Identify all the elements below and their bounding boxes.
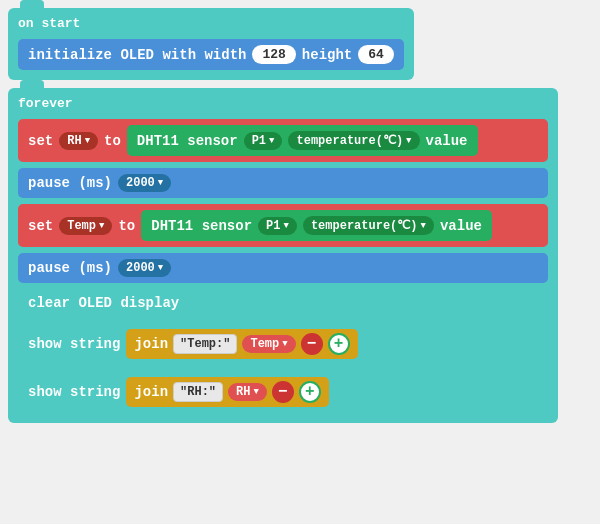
temp-plus-button[interactable]: +: [328, 333, 350, 355]
set-rh-block: set RH ▼ to DHT11 sensor P1 ▼ temperatur…: [18, 119, 548, 162]
rh-var-dropdown[interactable]: RH ▼: [59, 132, 98, 150]
show-string-rh-block: show string join "RH:" RH ▼ − +: [18, 371, 548, 413]
join-block-temp: join "Temp:" Temp ▼ − +: [126, 329, 357, 359]
to-text-1: to: [104, 133, 121, 149]
width-value[interactable]: 128: [252, 45, 295, 64]
height-value[interactable]: 64: [358, 45, 394, 64]
rh-string-val[interactable]: "RH:": [173, 382, 223, 402]
init-text-before: initialize OLED with width: [28, 47, 246, 63]
initialize-block: initialize OLED with width 128 height 64: [18, 39, 404, 70]
on-start-block: on start initialize OLED with width 128 …: [8, 8, 414, 80]
pause-block-1: pause (ms) 2000 ▼: [18, 168, 548, 198]
forever-label: forever: [18, 94, 548, 113]
rh-var-pill[interactable]: RH ▼: [228, 383, 267, 401]
workspace: on start initialize OLED with width 128 …: [0, 0, 600, 439]
temp-minus-button[interactable]: −: [301, 333, 323, 355]
temp-var-pill[interactable]: Temp ▼: [242, 335, 295, 353]
sensor-type-dropdown-1[interactable]: temperature(℃) ▼: [288, 131, 419, 150]
pin-dropdown-1[interactable]: P1 ▼: [244, 132, 283, 150]
rh-minus-button[interactable]: −: [272, 381, 294, 403]
set-text-1: set: [28, 133, 53, 149]
join-block-rh: join "RH:" RH ▼ − +: [126, 377, 328, 407]
pin-dropdown-2[interactable]: P1 ▼: [258, 217, 297, 235]
init-text-middle: height: [302, 47, 352, 63]
clear-oled-block: clear OLED display: [18, 289, 548, 317]
forever-block: forever set RH ▼ to DHT11 sensor P1 ▼ te…: [8, 88, 558, 423]
sensor-type-dropdown-2[interactable]: temperature(℃) ▼: [303, 216, 434, 235]
pause-block-2: pause (ms) 2000 ▼: [18, 253, 548, 283]
dht11-sensor-block-2: DHT11 sensor P1 ▼ temperature(℃) ▼ value: [141, 210, 492, 241]
rh-plus-button[interactable]: +: [299, 381, 321, 403]
temp-var-dropdown[interactable]: Temp ▼: [59, 217, 112, 235]
pause-value-dropdown-2[interactable]: 2000 ▼: [118, 259, 171, 277]
dht11-sensor-block-1: DHT11 sensor P1 ▼ temperature(℃) ▼ value: [127, 125, 478, 156]
pause-value-dropdown-1[interactable]: 2000 ▼: [118, 174, 171, 192]
set-temp-block: set Temp ▼ to DHT11 sensor P1 ▼ temperat…: [18, 204, 548, 247]
set-text-2: set: [28, 218, 53, 234]
on-start-label: on start: [18, 14, 404, 33]
show-string-temp-block: show string join "Temp:" Temp ▼ − +: [18, 323, 548, 365]
to-text-2: to: [118, 218, 135, 234]
temp-string-val[interactable]: "Temp:": [173, 334, 237, 354]
